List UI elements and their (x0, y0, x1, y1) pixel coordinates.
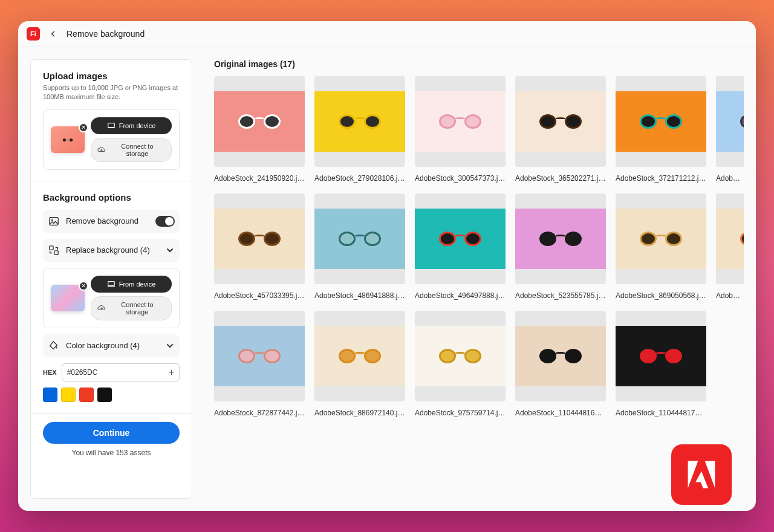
close-icon[interactable]: ✕ (79, 281, 88, 291)
image-filename: AdobeStock_372171212.jpeg (616, 174, 706, 183)
image-card[interactable]: AdobeStock_496497888.jpeg (415, 193, 506, 300)
chevron-down-icon (165, 245, 175, 255)
image-filename: AdobeStock_486941888.jpeg (314, 291, 405, 300)
image-thumbnail (214, 76, 305, 167)
upload-preview: ●-● ✕ (51, 126, 85, 153)
image-filename: AdobeStock_365202271.jpeg (515, 174, 606, 183)
from-device-button[interactable]: From device (91, 117, 172, 134)
replace-preview: ✕ (51, 285, 85, 311)
image-card[interactable]: AdobeStock_372171212.jpeg (616, 76, 706, 183)
sunglasses-icon (640, 231, 682, 247)
image-card[interactable]: AdobeStock_279028106.jpeg (314, 76, 405, 183)
replace-buttons: From device Connect to storage (91, 276, 172, 320)
image-grid: AdobeStock_241950920.jpegAdobeStock_2790… (214, 76, 744, 417)
paint-bucket-icon (48, 340, 60, 352)
image-card[interactable]: AdobeStock_241950920.jpeg (214, 76, 305, 183)
laptop-icon (107, 280, 115, 288)
svg-rect-0 (108, 123, 114, 127)
image-thumbnail (415, 76, 506, 167)
sunglasses-icon (439, 348, 481, 364)
from-device-button[interactable]: From device (91, 276, 172, 293)
replace-bg-label: Replace background (4) (66, 245, 159, 255)
image-thumbnail (314, 193, 405, 284)
remove-background-row: Remove background (43, 210, 180, 233)
image-card[interactable]: AdobeStock_1104448171.jpeg (616, 311, 706, 417)
image-filename: AdobeStock_300547373.jpeg (415, 174, 506, 183)
sidebar: Upload images Supports up to 10,000 JPG … (30, 59, 192, 499)
replace-icon (48, 244, 60, 256)
gallery-title: Original images (17) (214, 59, 744, 69)
upload-section: Upload images Supports up to 10,000 JPG … (31, 60, 192, 181)
assets-count-note: You will have 153 assets (43, 449, 180, 457)
image-card[interactable]: AdobeStock_523555785.jpeg (515, 193, 606, 300)
header: Fi Remove background (18, 21, 756, 47)
image-thumbnail (515, 193, 606, 284)
image-card[interactable]: AdobeStock_486941888.jpeg (314, 193, 405, 300)
back-icon[interactable] (48, 29, 58, 39)
hex-row: HEX + (43, 363, 180, 381)
sunglasses-icon (539, 231, 582, 247)
laptop-icon (107, 122, 115, 130)
remove-bg-toggle[interactable] (155, 216, 175, 227)
image-filename: AdobeStock_ (716, 174, 744, 183)
image-filename: AdobeStock_ (716, 291, 744, 300)
svg-point-2 (51, 219, 53, 221)
continue-button[interactable]: Continue (43, 422, 180, 444)
close-icon[interactable]: ✕ (79, 123, 88, 132)
image-card[interactable]: AdobeStock_975759714.jpeg (415, 311, 506, 417)
image-thumbnail (515, 76, 606, 167)
connect-storage-button[interactable]: Connect to storage (91, 138, 172, 162)
svg-rect-3 (50, 246, 53, 250)
options-title: Background options (43, 192, 180, 203)
image-card[interactable]: AdobeStock_872877442.jpeg (214, 311, 305, 417)
add-color-button[interactable]: + (169, 367, 174, 378)
color-swatch[interactable] (79, 388, 94, 402)
svg-rect-4 (54, 251, 58, 255)
upload-subtitle: Supports up to 10,000 JPG or PNG images … (43, 83, 180, 102)
color-swatch[interactable] (61, 388, 76, 402)
hex-input[interactable] (67, 368, 166, 377)
sunglasses-icon (539, 348, 582, 364)
image-filename: AdobeStock_872877442.jpeg (214, 409, 305, 417)
image-thumbnail (415, 193, 506, 284)
image-card[interactable]: AdobeStock_886972140.jpeg (314, 311, 405, 417)
image-filename: AdobeStock_457033395.jpeg (214, 291, 305, 300)
upload-buttons: From device Connect to storage (91, 117, 172, 162)
connect-storage-button[interactable]: Connect to storage (91, 296, 172, 320)
image-card[interactable]: AdobeStock_457033395.jpeg (214, 193, 305, 300)
image-card[interactable]: AdobeStock_ (716, 193, 744, 300)
image-card[interactable]: AdobeStock_869050568.jpeg (616, 193, 706, 300)
image-thumbnail (616, 311, 706, 401)
color-swatch[interactable] (97, 388, 112, 402)
hex-input-wrap: + (62, 363, 180, 381)
image-thumbnail (716, 76, 744, 167)
color-swatch[interactable] (43, 388, 57, 402)
cloud-icon (97, 146, 106, 154)
sunglasses-icon (439, 231, 481, 247)
page-title: Remove background (67, 29, 145, 39)
background-options-section: Background options Remove background Rep… (31, 181, 192, 413)
replace-background-row[interactable]: Replace background (4) (43, 239, 180, 262)
sunglasses-icon (238, 348, 281, 364)
cloud-icon (97, 304, 106, 313)
image-card[interactable]: AdobeStock_1104448166.jpeg (515, 311, 606, 417)
sunglasses-icon (539, 114, 582, 129)
image-filename: AdobeStock_886972140.jpeg (314, 409, 405, 417)
image-card[interactable]: AdobeStock_ (716, 76, 744, 183)
svg-rect-5 (108, 281, 114, 285)
image-thumbnail (214, 311, 305, 401)
image-card[interactable]: AdobeStock_300547373.jpeg (415, 76, 506, 183)
sunglasses-icon (238, 231, 281, 247)
image-filename: AdobeStock_523555785.jpeg (515, 291, 606, 300)
image-card[interactable]: AdobeStock_365202271.jpeg (515, 76, 606, 183)
color-background-row[interactable]: Color background (4) (43, 334, 180, 357)
image-thumbnail (616, 76, 706, 167)
image-filename: AdobeStock_279028106.jpeg (314, 174, 405, 183)
sunglasses-icon (339, 231, 381, 247)
color-bg-label: Color background (4) (66, 341, 159, 350)
image-thumbnail (616, 193, 706, 284)
color-swatches (43, 388, 180, 402)
image-thumbnail (214, 193, 305, 284)
image-thumbnail (515, 311, 606, 401)
upload-card: ●-● ✕ From device Connect to storage (43, 109, 180, 170)
